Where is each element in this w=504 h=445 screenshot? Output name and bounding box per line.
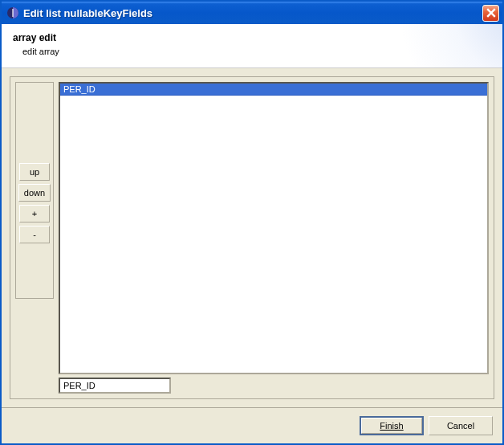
dialog-window: Edit list nullableKeyFields array edit e… xyxy=(0,0,504,445)
list-item[interactable]: PER_ID xyxy=(60,84,487,96)
dialog-footer: Finish Cancel xyxy=(2,407,502,443)
editor-panel: up down + - PER_ID xyxy=(10,76,494,399)
down-button[interactable]: down xyxy=(18,184,51,202)
page-subtitle: edit array xyxy=(22,47,491,56)
cancel-button[interactable]: Cancel xyxy=(429,416,493,435)
window-title: Edit list nullableKeyFields xyxy=(23,7,482,19)
up-button[interactable]: up xyxy=(19,163,50,181)
remove-button[interactable]: - xyxy=(19,226,50,243)
page-title: array edit xyxy=(13,32,491,43)
close-button[interactable] xyxy=(482,5,499,22)
reorder-button-group: up down + - xyxy=(15,82,54,299)
items-listbox[interactable]: PER_ID xyxy=(59,82,489,374)
dialog-header: array edit edit array xyxy=(2,24,502,68)
app-icon xyxy=(6,6,19,19)
edit-row xyxy=(59,378,489,394)
add-button[interactable]: + xyxy=(19,205,50,222)
item-edit-input[interactable] xyxy=(59,378,171,394)
content-area: up down + - PER_ID xyxy=(2,68,502,407)
svg-rect-1 xyxy=(12,9,14,17)
list-column: PER_ID xyxy=(59,82,489,394)
close-icon xyxy=(486,8,496,18)
finish-button[interactable]: Finish xyxy=(360,416,424,435)
title-bar[interactable]: Edit list nullableKeyFields xyxy=(2,2,502,24)
